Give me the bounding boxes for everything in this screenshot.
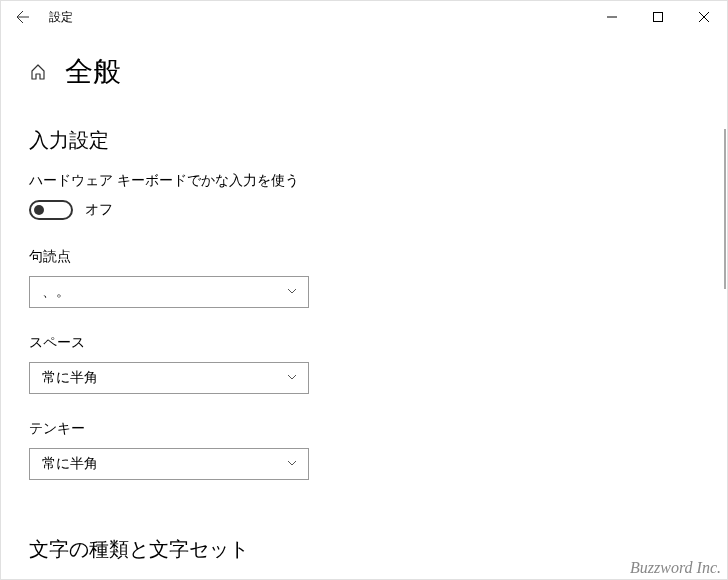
maximize-icon <box>653 12 663 22</box>
chevron-down-icon <box>286 456 298 472</box>
space-value: 常に半角 <box>42 369 98 387</box>
close-button[interactable] <box>681 1 727 33</box>
kana-input-toggle[interactable] <box>29 200 73 220</box>
back-arrow-icon <box>15 9 31 25</box>
close-icon <box>699 12 709 22</box>
minimize-icon <box>607 12 617 22</box>
chevron-down-icon <box>286 284 298 300</box>
back-button[interactable] <box>13 7 33 27</box>
page-title: 全般 <box>65 53 121 91</box>
punctuation-value: 、。 <box>42 283 70 301</box>
punctuation-label: 句読点 <box>29 248 699 266</box>
section-heading-charset: 文字の種類と文字セット <box>29 536 699 563</box>
tenkey-value: 常に半角 <box>42 455 98 473</box>
titlebar-left: 設定 <box>1 7 73 27</box>
kana-input-label: ハードウェア キーボードでかな入力を使う <box>29 172 699 190</box>
kana-input-toggle-row: オフ <box>29 200 699 220</box>
maximize-button[interactable] <box>635 1 681 33</box>
page-header: 全般 <box>29 53 699 91</box>
kana-input-state: オフ <box>85 201 113 219</box>
setting-space: スペース 常に半角 <box>29 334 699 394</box>
window-controls <box>589 1 727 33</box>
window-title: 設定 <box>49 9 73 26</box>
setting-tenkey: テンキー 常に半角 <box>29 420 699 480</box>
svg-rect-0 <box>654 13 663 22</box>
home-icon <box>29 63 47 81</box>
scrollbar[interactable] <box>724 129 726 289</box>
chevron-down-icon <box>286 370 298 386</box>
minimize-button[interactable] <box>589 1 635 33</box>
punctuation-dropdown[interactable]: 、。 <box>29 276 309 308</box>
space-dropdown[interactable]: 常に半角 <box>29 362 309 394</box>
home-button[interactable] <box>29 63 47 81</box>
setting-kana-input: ハードウェア キーボードでかな入力を使う オフ <box>29 172 699 220</box>
section-heading-input: 入力設定 <box>29 127 699 154</box>
watermark: Buzzword Inc. <box>630 559 721 577</box>
space-label: スペース <box>29 334 699 352</box>
setting-punctuation: 句読点 、。 <box>29 248 699 308</box>
tenkey-dropdown[interactable]: 常に半角 <box>29 448 309 480</box>
titlebar: 設定 <box>1 1 727 33</box>
tenkey-label: テンキー <box>29 420 699 438</box>
content-area: 全般 入力設定 ハードウェア キーボードでかな入力を使う オフ 句読点 、。 ス… <box>1 33 727 579</box>
